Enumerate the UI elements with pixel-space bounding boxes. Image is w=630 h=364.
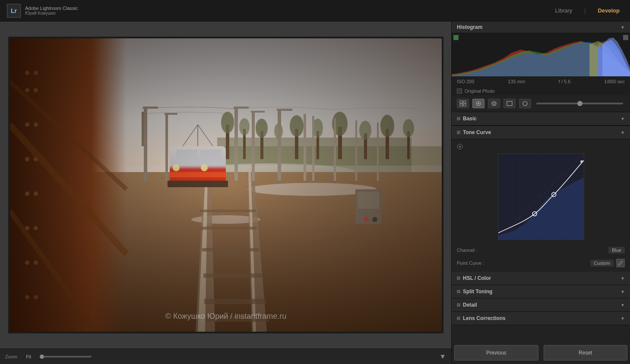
histogram-header[interactable]: Histogram ▼ (452, 22, 630, 33)
highlight-clipping-icon[interactable] (623, 35, 628, 40)
svg-rect-95 (463, 104, 466, 106)
split-toning-header[interactable]: Split Toning ▼ (452, 285, 630, 298)
zoom-value[interactable]: Fit (26, 354, 31, 359)
svg-rect-100 (507, 101, 512, 106)
previous-button[interactable]: Previous (454, 345, 538, 361)
hsl-arrow: ▼ (621, 276, 625, 281)
original-photo-label: Original Photo (465, 88, 495, 94)
svg-rect-93 (463, 101, 466, 103)
basic-panel-arrow: ▼ (621, 116, 625, 121)
split-toning-title: Split Toning (463, 289, 492, 295)
hsl-left: HSL / Color (457, 275, 491, 281)
right-panel: Histogram ▼ (451, 22, 630, 364)
tool-slider[interactable] (536, 103, 623, 104)
svg-point-98 (492, 101, 496, 106)
app-title: Adobe Lightroom Classic Юрий Кожушко (25, 6, 78, 16)
tone-curve-canvas[interactable] (498, 154, 584, 240)
tone-curve-header[interactable]: Tone Curve ▼ (452, 126, 630, 139)
spot-removal-tool[interactable] (488, 99, 500, 108)
hsl-collapse-btn[interactable] (457, 276, 460, 280)
main-content: © Кожушко Юрий / instantframe.ru Zoom Fi… (0, 22, 630, 364)
graduated-filter-tool[interactable] (503, 99, 516, 108)
reset-button[interactable]: Reset (544, 345, 628, 361)
original-photo-checkbox[interactable] (457, 88, 462, 94)
svg-point-103 (459, 146, 461, 147)
nav-develop[interactable]: Develop (594, 6, 623, 16)
histogram-arrow: ▼ (621, 25, 625, 30)
lens-corrections-header[interactable]: Lens Corrections ▼ (452, 312, 630, 325)
focal-length-value: 135 mm (508, 79, 525, 84)
svg-rect-92 (460, 101, 462, 103)
svg-point-101 (523, 101, 527, 106)
shadow-clipping-icon[interactable] (453, 35, 459, 40)
nav-library[interactable]: Library (552, 6, 576, 16)
svg-text:© Кожушко Юрий / instantframe.: © Кожушко Юрий / instantframe.ru (165, 312, 286, 320)
zoom-slider[interactable] (40, 356, 92, 358)
edit-curve-button[interactable] (616, 259, 625, 267)
photo-metadata: ISO 200 135 mm f / 5.6 1/800 sec (452, 76, 630, 87)
detail-panel: Detail ▼ (452, 298, 630, 312)
lens-corrections-left: Lens Corrections (457, 315, 506, 321)
original-photo-row: Original Photo (452, 87, 630, 95)
svg-point-99 (493, 103, 495, 105)
lens-corrections-panel: Lens Corrections ▼ (452, 312, 630, 325)
svg-rect-94 (460, 104, 462, 106)
lens-corrections-collapse-btn[interactable] (457, 317, 460, 320)
crop-overlay-tool[interactable] (457, 99, 469, 108)
basic-panel-title: Basic (463, 116, 477, 122)
detail-title: Detail (463, 302, 477, 308)
detail-header[interactable]: Detail ▼ (452, 298, 630, 311)
point-curve-label: Point Curve : (457, 260, 484, 266)
bottom-buttons: Previous Reset (452, 342, 630, 364)
channel-value[interactable]: Blue (608, 247, 625, 254)
basic-panel: Basic ▼ (452, 112, 630, 126)
point-curve-value[interactable]: Custom (590, 260, 614, 267)
tone-curve-collapse-btn[interactable] (457, 131, 460, 134)
app-branding: Lr Adobe Lightroom Classic Юрий Кожушко (7, 4, 78, 18)
iso-value: ISO 200 (457, 79, 474, 84)
histogram-canvas (452, 33, 630, 76)
tone-curve-content (452, 139, 630, 244)
photo-bottom-bar: Zoom Fit ▼ (0, 348, 451, 364)
tone-curve-arrow: ▼ (621, 130, 625, 135)
tool-slider-handle[interactable] (577, 101, 583, 106)
nav-divider: | (584, 8, 586, 14)
tone-curve-point-control[interactable] (457, 144, 625, 151)
tone-curve-title: Tone Curve (463, 129, 491, 135)
detail-left: Detail (457, 302, 477, 308)
svg-point-113 (580, 160, 583, 163)
split-toning-collapse-btn[interactable] (457, 290, 460, 293)
user-name: Юрий Кожушко (25, 11, 78, 16)
basic-panel-header[interactable]: Basic ▼ (452, 112, 630, 125)
photo-canvas: © Кожушко Юрий / instantframe.ru (10, 38, 442, 332)
split-toning-panel: Split Toning ▼ (452, 285, 630, 298)
split-toning-arrow: ▼ (621, 289, 625, 294)
hsl-title: HSL / Color (463, 275, 491, 281)
shutter-value: 1/800 sec (604, 79, 625, 84)
zoom-label: Zoom (5, 354, 17, 359)
top-bar: Lr Adobe Lightroom Classic Юрий Кожушко … (0, 0, 630, 22)
detail-arrow: ▼ (621, 303, 625, 308)
basic-collapse-btn[interactable] (457, 117, 460, 120)
point-curve-row: Point Curve : Custom (452, 256, 630, 272)
basic-panel-left: Basic (457, 116, 477, 122)
histogram-title: Histogram (457, 24, 482, 30)
radial-filter-tool[interactable] (519, 99, 531, 108)
hsl-color-panel: HSL / Color ▼ (452, 272, 630, 285)
filmstrip-toggle[interactable]: ▼ (439, 353, 446, 361)
zoom-handle[interactable] (40, 355, 44, 359)
aperture-value: f / 5.6 (559, 79, 571, 84)
svg-rect-89 (10, 38, 442, 332)
tone-curve-panel: Tone Curve ▼ (452, 126, 630, 272)
hsl-color-header[interactable]: HSL / Color ▼ (452, 272, 630, 285)
crop-tool[interactable] (472, 99, 484, 108)
tone-curve-header-left: Tone Curve (457, 129, 491, 135)
lens-corrections-arrow: ▼ (621, 316, 625, 321)
tool-icons-row (452, 95, 630, 112)
photo-viewer[interactable]: © Кожушко Юрий / instantframe.ru (0, 22, 451, 348)
app-name: Adobe Lightroom Classic (25, 6, 78, 11)
detail-collapse-btn[interactable] (457, 303, 460, 307)
top-nav: Library | Develop (552, 6, 623, 16)
histogram-section: Histogram ▼ (452, 22, 630, 95)
lens-corrections-title: Lens Corrections (463, 315, 506, 321)
